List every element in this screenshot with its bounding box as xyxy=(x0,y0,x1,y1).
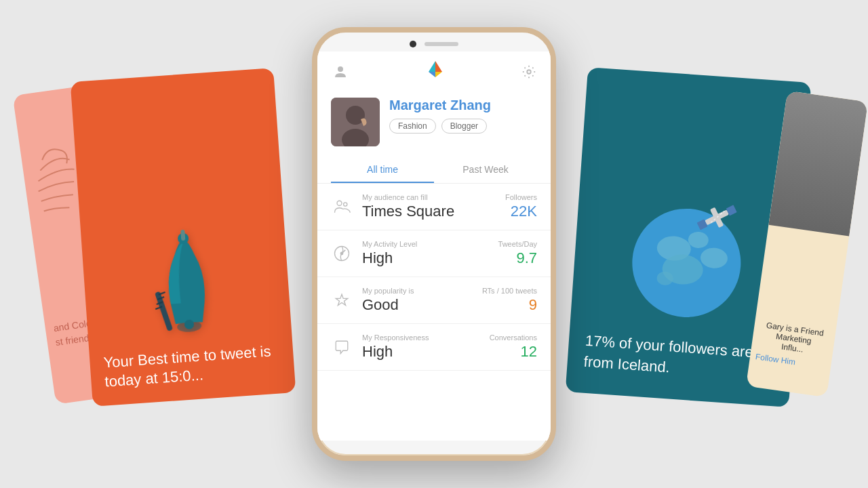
svg-point-25 xyxy=(337,201,342,205)
stat-right-value-audience: 22K xyxy=(505,203,537,220)
stat-right-label-activity: Tweets/Day xyxy=(498,240,537,248)
svg-marker-17 xyxy=(435,61,442,72)
audience-icon xyxy=(331,196,353,218)
responsiveness-icon xyxy=(331,336,353,358)
stat-right-label-popularity: RTs / 100 tweets xyxy=(482,287,537,295)
stat-value-activity: High xyxy=(362,249,489,267)
right-card-text: Gary is a Friend Marketing Influ... xyxy=(757,320,831,358)
stat-right-label-responsiveness: Conversations xyxy=(490,333,537,342)
svg-point-21 xyxy=(527,70,531,74)
phone-frame: Margaret Zhang Fashion Blogger All time … xyxy=(312,27,556,461)
stat-content-popularity: My popularity is Good xyxy=(362,287,473,314)
app-logo xyxy=(423,60,448,84)
stat-label-responsiveness: My Responsiveness xyxy=(362,333,480,342)
card-orange: Your Best time to tweet is today at 15:0… xyxy=(71,68,296,407)
stat-value-audience: Times Square xyxy=(362,203,496,220)
svg-point-15 xyxy=(338,66,343,72)
app-content: Margaret Zhang Fashion Blogger All time … xyxy=(317,52,551,441)
stat-right-value-popularity: 9 xyxy=(482,296,537,314)
stat-right-value-responsiveness: 12 xyxy=(490,343,537,361)
stat-label-activity: My Activity Level xyxy=(362,240,489,248)
tag-blogger: Blogger xyxy=(441,119,487,134)
stat-item-audience: My audience can fill Times Square Follow… xyxy=(317,184,551,230)
profile-name: Margaret Zhang xyxy=(389,98,537,113)
stat-item-activity: My Activity Level High Tweets/Day 9.7 xyxy=(317,230,551,277)
stat-label-popularity: My popularity is xyxy=(362,287,473,295)
profile-avatar xyxy=(331,98,380,146)
phone-top-bar xyxy=(317,33,551,52)
tabs: All time Past Week xyxy=(317,157,551,184)
phone-camera xyxy=(410,41,416,47)
popularity-icon xyxy=(331,289,353,311)
svg-marker-18 xyxy=(429,61,435,72)
stat-value-popularity: Good xyxy=(362,296,473,314)
stat-item-popularity: My popularity is Good RTs / 100 tweets 9 xyxy=(317,277,551,324)
stat-item-responsiveness: My Responsiveness High Conversations 12 xyxy=(317,324,551,371)
activity-icon xyxy=(331,243,353,264)
stat-content-responsiveness: My Responsiveness High xyxy=(362,333,480,361)
tab-all-time[interactable]: All time xyxy=(331,157,434,183)
settings-icon[interactable] xyxy=(521,64,537,80)
profile-section: Margaret Zhang Fashion Blogger xyxy=(317,92,551,157)
profile-tags: Fashion Blogger xyxy=(389,119,537,134)
profile-info: Margaret Zhang Fashion Blogger xyxy=(389,98,537,134)
svg-marker-19 xyxy=(435,72,442,77)
stat-content-audience: My audience can fill Times Square xyxy=(362,193,496,220)
svg-rect-2 xyxy=(180,230,185,241)
app-header xyxy=(317,52,551,92)
orange-card-text: Your Best time to tweet is today at 15:0… xyxy=(90,340,295,393)
svg-point-26 xyxy=(344,203,347,206)
stat-right-activity: Tweets/Day 9.7 xyxy=(498,240,537,267)
nav-profile-icon[interactable] xyxy=(331,62,350,81)
stat-label-audience: My audience can fill xyxy=(362,193,496,201)
stat-right-value-activity: 9.7 xyxy=(498,249,537,267)
svg-marker-20 xyxy=(429,72,435,77)
stat-value-responsiveness: High xyxy=(362,343,480,361)
stats-list: My audience can fill Times Square Follow… xyxy=(317,184,551,441)
stat-right-popularity: RTs / 100 tweets 9 xyxy=(482,287,537,314)
stat-content-activity: My Activity Level High xyxy=(362,240,489,267)
stat-right-label-audience: Followers xyxy=(505,193,537,201)
phone-speaker xyxy=(425,42,458,46)
tab-past-week[interactable]: Past Week xyxy=(434,157,537,183)
stat-right-responsiveness: Conversations 12 xyxy=(490,333,537,361)
stat-right-audience: Followers 22K xyxy=(505,193,537,220)
tag-fashion: Fashion xyxy=(389,119,436,134)
